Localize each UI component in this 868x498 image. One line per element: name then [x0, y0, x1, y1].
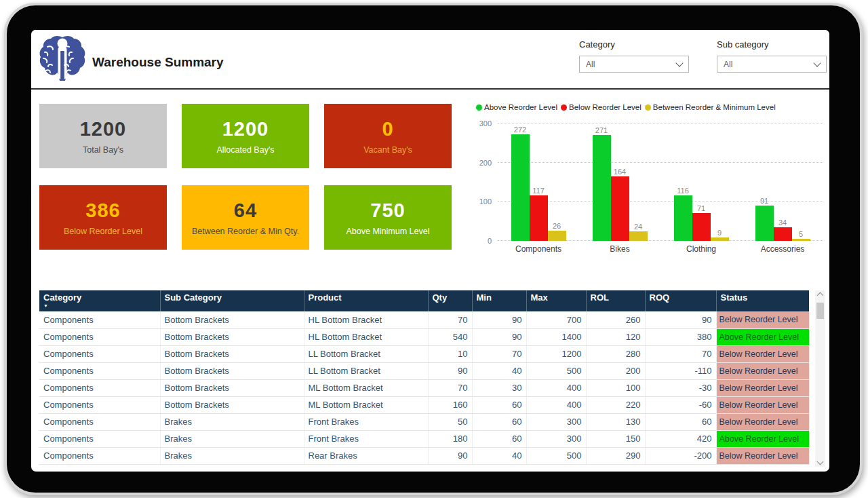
- category-filter-label: Category: [579, 39, 689, 50]
- kpi-label: Allocated Bay's: [216, 145, 274, 155]
- bar[interactable]: [692, 213, 711, 241]
- table-row[interactable]: ComponentsBottom BracketsLL Bottom Brack…: [39, 345, 809, 362]
- legend-item[interactable]: Below Reorder Level: [561, 103, 642, 111]
- kpi-card-5[interactable]: 750Above Minimum Level: [324, 185, 452, 250]
- bar[interactable]: [548, 231, 566, 241]
- bar-column: 91: [755, 197, 774, 241]
- scrollbar-thumb[interactable]: [816, 303, 824, 319]
- kpi-card-2[interactable]: 0Vacant Bay's: [324, 104, 452, 168]
- kpi-label: Above Minimum Level: [347, 227, 430, 236]
- column-header-roq[interactable]: ROQ: [645, 290, 716, 311]
- cell-number: 500: [526, 447, 586, 464]
- column-header-category[interactable]: Category▼: [39, 290, 160, 311]
- cell-number: 200: [586, 362, 645, 379]
- bar-group-clothing: 116719: [674, 187, 729, 241]
- bar[interactable]: [774, 227, 792, 241]
- category-filter-dropdown[interactable]: All: [579, 56, 689, 73]
- bar-data-label: 271: [595, 126, 608, 134]
- column-header-rol[interactable]: ROL: [586, 290, 645, 311]
- cell-text: Brakes: [160, 447, 304, 464]
- status-badge: Below Reorder Level: [716, 447, 809, 464]
- bar-column: 272: [511, 126, 530, 241]
- bar-column: 24: [629, 223, 648, 241]
- cell-number: 160: [428, 396, 472, 413]
- cell-number: 40: [472, 362, 526, 379]
- cell-number: 420: [645, 430, 716, 447]
- bar[interactable]: [511, 134, 530, 241]
- cell-number: 300: [526, 430, 586, 447]
- kpi-card-3[interactable]: 386Below Reorder Level: [39, 185, 167, 250]
- column-header-max[interactable]: Max: [526, 290, 586, 311]
- chevron-down-icon: [813, 59, 821, 66]
- table-scrollbar[interactable]: [815, 290, 825, 467]
- cell-text: Components: [39, 345, 160, 362]
- legend-item[interactable]: Between Reorder & Minimum Level: [645, 103, 776, 111]
- bar[interactable]: [530, 195, 548, 241]
- subcategory-filter-dropdown[interactable]: All: [717, 56, 827, 73]
- cell-number: -200: [645, 447, 716, 464]
- kpi-card-0[interactable]: 1200Total Bay's: [39, 104, 167, 168]
- y-axis-tick: 200: [479, 159, 492, 167]
- column-header-min[interactable]: Min: [472, 290, 526, 311]
- status-badge: Below Reorder Level: [716, 379, 809, 396]
- bar-data-label: 9: [717, 229, 722, 237]
- bar[interactable]: [611, 176, 629, 241]
- cell-number: 400: [526, 396, 586, 413]
- cell-number: 40: [472, 447, 526, 464]
- kpi-label: Total Bay's: [83, 145, 123, 155]
- table-row[interactable]: ComponentsBottom BracketsHL Bottom Brack…: [39, 311, 809, 328]
- scroll-up-icon[interactable]: [817, 292, 824, 299]
- x-axis-label: Components: [498, 244, 579, 254]
- kpi-label: Between Reorder & Min Qty.: [192, 227, 299, 236]
- table-row[interactable]: ComponentsBrakesFront Brakes180603001504…: [39, 430, 809, 447]
- bar-data-label: 24: [634, 223, 642, 231]
- column-header-sub-category[interactable]: Sub Category: [160, 290, 304, 311]
- table-header-row: Category▼Sub CategoryProductQtyMinMaxROL…: [39, 290, 809, 311]
- cell-text: Components: [39, 311, 160, 328]
- cell-number: 60: [472, 430, 526, 447]
- cell-number: 120: [586, 328, 645, 345]
- bar[interactable]: [629, 231, 648, 241]
- bar-column: 271: [593, 126, 611, 241]
- legend-item[interactable]: Above Reorder Level: [476, 103, 557, 111]
- bar-data-label: 164: [614, 168, 626, 176]
- scroll-down-icon[interactable]: [817, 459, 824, 465]
- column-header-status[interactable]: Status: [716, 290, 809, 311]
- bar[interactable]: [711, 237, 729, 241]
- cell-text: Components: [39, 396, 160, 413]
- kpi-card-1[interactable]: 1200Allocated Bay's: [182, 104, 309, 168]
- bar-column: 164: [611, 168, 629, 241]
- chart-x-axis-labels: ComponentsBikesClothingAccessories: [498, 244, 823, 254]
- table-row[interactable]: ComponentsBrakesFront Brakes506030013060…: [39, 413, 809, 430]
- table-row[interactable]: ComponentsBottom BracketsHL Bottom Brack…: [39, 328, 809, 345]
- kpi-card-4[interactable]: 64Between Reorder & Min Qty.: [182, 185, 309, 250]
- column-header-qty[interactable]: Qty: [428, 290, 472, 311]
- brain-logo-icon: [38, 35, 87, 83]
- kpi-value: 0: [382, 118, 393, 140]
- cell-number: 1400: [526, 328, 586, 345]
- bar[interactable]: [755, 206, 774, 241]
- inventory-table: Category▼Sub CategoryProductQtyMinMaxROL…: [39, 290, 809, 465]
- cell-number: -60: [645, 396, 716, 413]
- column-header-product[interactable]: Product: [304, 290, 428, 311]
- kpi-grid: 1200Total Bay's1200Allocated Bay's0Vacan…: [39, 104, 452, 250]
- bar[interactable]: [792, 239, 810, 241]
- status-badge: Below Reorder Level: [716, 413, 809, 430]
- cell-text: Components: [39, 328, 160, 345]
- cell-number: 220: [586, 396, 645, 413]
- table-row[interactable]: ComponentsBrakesRear Brakes9040500290-20…: [39, 447, 809, 464]
- cell-number: 700: [526, 311, 586, 328]
- cell-text: Bottom Brackets: [160, 311, 304, 328]
- cell-number: 180: [428, 430, 472, 447]
- cell-text: Components: [39, 447, 160, 464]
- table-row[interactable]: ComponentsBottom BracketsML Bottom Brack…: [39, 379, 809, 396]
- dashboard-header: Warehouse Summary Category All Sub categ…: [31, 30, 829, 90]
- chevron-down-icon: [675, 59, 683, 66]
- table-row[interactable]: ComponentsBottom BracketsML Bottom Brack…: [39, 396, 809, 413]
- kpi-label: Vacant Bay's: [363, 145, 412, 155]
- table-row[interactable]: ComponentsBottom BracketsLL Bottom Brack…: [39, 362, 809, 379]
- cell-number: 90: [472, 311, 526, 328]
- cell-text: Bottom Brackets: [160, 396, 304, 413]
- bar[interactable]: [674, 195, 692, 241]
- bar[interactable]: [593, 135, 611, 241]
